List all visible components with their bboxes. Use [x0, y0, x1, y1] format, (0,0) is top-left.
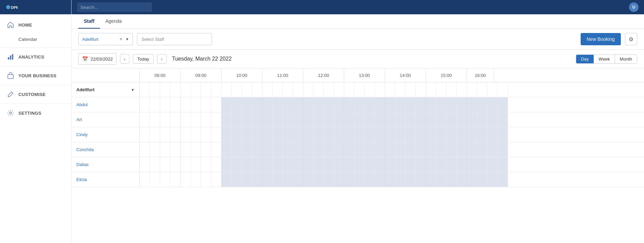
time-cell[interactable]	[354, 142, 365, 157]
time-cell[interactable]	[262, 127, 273, 142]
time-cell[interactable]	[181, 127, 191, 142]
time-cell[interactable]	[211, 82, 221, 97]
time-cell[interactable]	[365, 82, 375, 97]
time-cell[interactable]	[497, 127, 508, 142]
time-cell[interactable]	[334, 112, 344, 127]
new-booking-button[interactable]: New Booking	[581, 33, 621, 45]
time-cell[interactable]	[160, 112, 170, 127]
time-cell[interactable]	[303, 142, 313, 157]
time-cell[interactable]	[365, 112, 375, 127]
time-cell[interactable]	[252, 112, 262, 127]
tab-agenda[interactable]: Agenda	[100, 14, 127, 29]
time-cell[interactable]	[273, 82, 283, 97]
time-cell[interactable]	[140, 172, 150, 187]
time-cell[interactable]	[354, 97, 365, 112]
time-cell[interactable]	[150, 142, 160, 157]
time-cell[interactable]	[436, 127, 446, 142]
time-cell[interactable]	[477, 127, 487, 142]
time-cell[interactable]	[365, 97, 375, 112]
time-cell[interactable]	[365, 127, 375, 142]
time-cell[interactable]	[354, 127, 365, 142]
time-cell[interactable]	[477, 157, 487, 172]
time-cell[interactable]	[467, 157, 477, 172]
time-cell[interactable]	[487, 82, 497, 97]
time-cell[interactable]	[375, 172, 385, 187]
time-cell[interactable]	[416, 82, 426, 97]
time-cell[interactable]	[160, 172, 170, 187]
time-cell[interactable]	[191, 172, 201, 187]
time-cell[interactable]	[293, 97, 303, 112]
sidebar-item-settings[interactable]: SETTINGS	[0, 105, 71, 121]
time-cell[interactable]	[344, 82, 354, 97]
time-cell[interactable]	[201, 112, 211, 127]
time-cell[interactable]	[140, 112, 150, 127]
time-cell[interactable]	[242, 82, 252, 97]
time-cell[interactable]	[221, 127, 232, 142]
time-cell[interactable]	[497, 97, 508, 112]
time-cell[interactable]	[477, 112, 487, 127]
time-cell[interactable]	[313, 127, 324, 142]
time-cell[interactable]	[160, 82, 170, 97]
time-cell[interactable]	[477, 172, 487, 187]
time-cell[interactable]	[211, 157, 221, 172]
time-cell[interactable]	[293, 142, 303, 157]
time-cell[interactable]	[446, 97, 457, 112]
time-cell[interactable]	[303, 82, 313, 97]
time-cell[interactable]	[170, 142, 181, 157]
time-cell[interactable]	[191, 127, 201, 142]
time-cell[interactable]	[446, 112, 457, 127]
time-cell[interactable]	[385, 97, 395, 112]
time-cell[interactable]	[405, 172, 416, 187]
time-cell[interactable]	[405, 157, 416, 172]
time-cell[interactable]	[497, 112, 508, 127]
time-cell[interactable]	[365, 172, 375, 187]
time-cell[interactable]	[405, 82, 416, 97]
time-cell[interactable]	[416, 142, 426, 157]
sidebar-item-home[interactable]: HOME	[0, 17, 71, 33]
sidebar-item-customise[interactable]: CUSTOMISE	[0, 86, 71, 102]
time-cell[interactable]	[324, 157, 334, 172]
time-cell[interactable]	[313, 112, 324, 127]
time-cell[interactable]	[324, 127, 334, 142]
time-cell[interactable]	[416, 172, 426, 187]
time-cell[interactable]	[324, 112, 334, 127]
time-cell[interactable]	[395, 172, 405, 187]
time-cell[interactable]	[395, 97, 405, 112]
time-cell[interactable]	[160, 142, 170, 157]
time-cell[interactable]	[221, 142, 232, 157]
time-cell[interactable]	[375, 112, 385, 127]
today-button[interactable]: Today	[133, 54, 154, 64]
time-cell[interactable]	[262, 157, 273, 172]
prev-date-button[interactable]: ‹	[120, 54, 129, 64]
time-cell[interactable]	[487, 97, 497, 112]
time-cell[interactable]	[467, 127, 477, 142]
time-cell[interactable]	[170, 112, 181, 127]
time-cell[interactable]	[497, 142, 508, 157]
staff-name-cell-elicia[interactable]: Elicia	[72, 172, 140, 187]
time-cell[interactable]	[293, 157, 303, 172]
time-cell[interactable]	[211, 97, 221, 112]
time-cell[interactable]	[467, 142, 477, 157]
time-cell[interactable]	[252, 82, 262, 97]
time-cell[interactable]	[395, 127, 405, 142]
time-cell[interactable]	[191, 97, 201, 112]
time-cell[interactable]	[457, 127, 467, 142]
time-cell[interactable]	[375, 97, 385, 112]
time-cell[interactable]	[221, 112, 232, 127]
time-cell[interactable]	[303, 112, 313, 127]
next-date-button[interactable]: ›	[157, 54, 167, 64]
sidebar-item-analytics[interactable]: ANALYTICS	[0, 49, 71, 65]
time-cell[interactable]	[395, 112, 405, 127]
time-cell[interactable]	[283, 82, 293, 97]
time-cell[interactable]	[467, 82, 477, 97]
time-cell[interactable]	[221, 97, 232, 112]
time-cell[interactable]	[436, 112, 446, 127]
time-cell[interactable]	[262, 172, 273, 187]
time-cell[interactable]	[446, 142, 457, 157]
time-cell[interactable]	[283, 112, 293, 127]
time-cell[interactable]	[273, 112, 283, 127]
time-cell[interactable]	[436, 82, 446, 97]
view-month-button[interactable]: Month	[615, 55, 637, 63]
time-cell[interactable]	[354, 157, 365, 172]
time-cell[interactable]	[467, 112, 477, 127]
